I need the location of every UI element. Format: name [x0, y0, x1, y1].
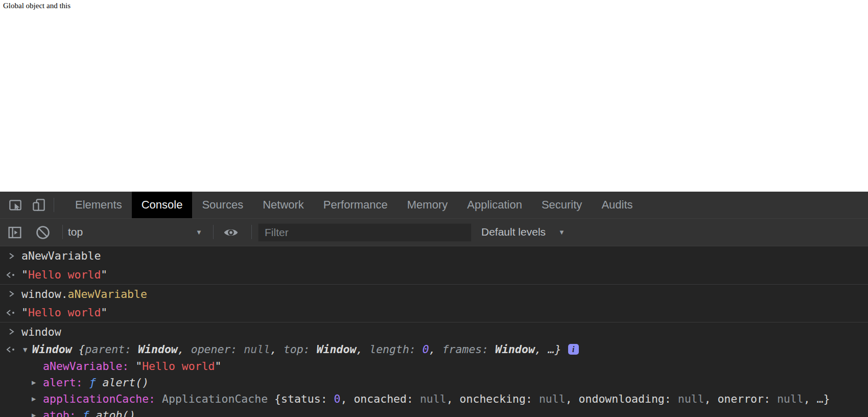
object-property-row: ▶applicationCache: ApplicationCache {sta… [0, 390, 868, 407]
console-text: length: [369, 343, 416, 356]
tab-memory[interactable]: Memory [397, 192, 457, 218]
console-text [76, 409, 83, 417]
console-text [237, 343, 244, 356]
console-result-row: "Hello world" [0, 265, 868, 284]
devtools-tabbar: ElementsConsoleSourcesNetworkPerformance… [0, 192, 868, 219]
console-text: Window [32, 343, 72, 356]
console-text: alert: [43, 376, 83, 389]
separator [54, 198, 54, 212]
command-prompt-icon [8, 327, 15, 336]
page-content: Global object and this [0, 0, 868, 192]
frame-selector[interactable]: top [68, 226, 83, 238]
tab-performance[interactable]: Performance [314, 192, 397, 218]
tab-network[interactable]: Network [253, 192, 314, 218]
console-text: 0 [334, 392, 341, 405]
tab-console[interactable]: Console [132, 192, 193, 218]
separator [213, 225, 214, 239]
twisty-icon[interactable]: ▶ [32, 411, 40, 417]
console-text: Window [495, 343, 535, 356]
console-messages: aNewVariable"Hello world"window.aNewVari… [0, 246, 868, 417]
console-text: " [101, 268, 107, 281]
console-text [310, 343, 317, 356]
object-property-row: ▶atob: ƒ atob() [0, 407, 868, 417]
console-preview-row: ▼Window {parent: Window, opener: null, t… [0, 341, 868, 358]
tab-audits[interactable]: Audits [592, 192, 642, 218]
console-text: " [21, 268, 28, 281]
console-result-row: "Hello world" [0, 303, 868, 322]
console-text: , [356, 343, 369, 356]
clear-console-icon[interactable] [35, 224, 51, 241]
console-text: Hello world [28, 268, 101, 281]
console-text: ƒ [83, 409, 89, 417]
console-text: , oncached: [341, 392, 420, 405]
separator [251, 225, 252, 239]
console-text: , ondownloading: [566, 392, 678, 405]
console-sidebar-icon[interactable] [7, 224, 23, 241]
twisty-icon[interactable]: ▼ [23, 345, 31, 354]
twisty-icon[interactable]: ▶ [32, 378, 40, 386]
console-text: aNewVariable [21, 249, 101, 262]
console-text: parent: [85, 343, 132, 356]
console-toolbar: top ▼ Default levels ▼ [0, 219, 868, 246]
console-command-row: aNewVariable [0, 246, 868, 265]
filter-input[interactable] [258, 223, 472, 242]
console-text: , onerror: [705, 392, 777, 405]
console-text: Hello world [28, 306, 101, 319]
console-text: frames: [442, 343, 489, 356]
eye-icon[interactable] [223, 226, 239, 239]
command-prompt-icon [8, 289, 15, 298]
console-text: , onchecking: [447, 392, 539, 405]
chevron-down-icon[interactable]: ▼ [558, 228, 565, 236]
device-toolbar-icon[interactable] [31, 197, 46, 213]
info-icon[interactable]: i [568, 344, 579, 355]
result-arrow-icon [6, 345, 16, 354]
tab-application[interactable]: Application [457, 192, 532, 218]
tab-security[interactable]: Security [532, 192, 592, 218]
console-text: null [777, 392, 804, 405]
console-text: window [21, 326, 61, 338]
twisty-icon[interactable]: ▶ [32, 395, 40, 403]
console-text: , [270, 343, 284, 356]
console-text: , [178, 343, 191, 356]
console-text: alert() [96, 376, 149, 389]
console-text [155, 392, 162, 405]
console-text: aNewVariable: [43, 360, 129, 373]
command-prompt-icon [8, 251, 15, 261]
console-text: window. [21, 288, 68, 300]
console-text: null [678, 392, 705, 405]
console-command-row: window [0, 322, 868, 341]
log-levels-dropdown[interactable]: Default levels [481, 226, 546, 238]
page-heading: Global object and this [0, 0, 868, 10]
console-text: null [539, 392, 566, 405]
console-text [83, 376, 89, 389]
console-text [416, 343, 423, 356]
console-text: null [244, 343, 270, 356]
console-text: " [215, 360, 222, 373]
separator [62, 225, 63, 239]
console-text: aNewVariable [68, 288, 147, 300]
console-text: null [420, 392, 447, 405]
result-arrow-icon [6, 270, 16, 280]
console-text: " [101, 306, 107, 319]
console-text: ƒ [89, 376, 96, 389]
tab-elements[interactable]: Elements [65, 192, 132, 218]
result-arrow-icon [6, 308, 16, 317]
console-text: " [21, 306, 28, 319]
console-text: , …} [804, 392, 830, 405]
chevron-down-icon[interactable]: ▼ [196, 228, 202, 236]
console-text: { [72, 343, 85, 356]
console-text: " [129, 360, 142, 373]
console-text: {status: [268, 392, 334, 405]
console-text [488, 343, 495, 356]
console-text: ApplicationCache [162, 392, 268, 405]
console-text: applicationCache: [43, 392, 155, 405]
console-text: atob: [43, 409, 76, 417]
console-text: opener: [191, 343, 238, 356]
console-text: Window [317, 343, 357, 356]
inspect-icon[interactable] [8, 197, 23, 213]
console-command-row: window.aNewVariable [0, 284, 868, 303]
console-text: 0 [423, 343, 429, 356]
tab-sources[interactable]: Sources [192, 192, 253, 218]
tab-strip: ElementsConsoleSourcesNetworkPerformance… [65, 192, 643, 218]
console-text: , …} [535, 343, 561, 356]
